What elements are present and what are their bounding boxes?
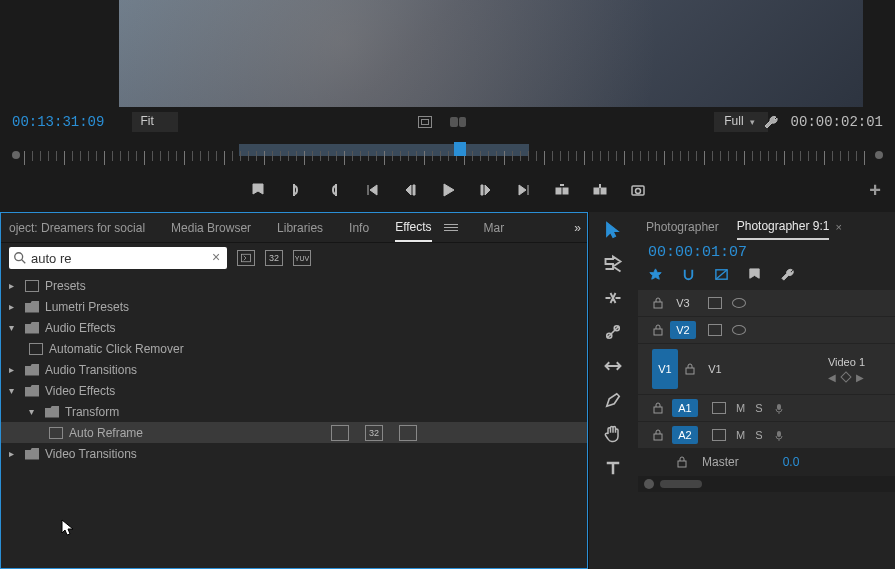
timeline-timecode[interactable]: 00:00:01:07 (636, 242, 895, 267)
button-editor-icon[interactable]: + (869, 179, 881, 202)
go-to-in-icon[interactable] (364, 182, 380, 198)
selection-tool-icon[interactable] (603, 220, 623, 240)
program-monitor-preview[interactable] (119, 0, 863, 107)
sync-lock-icon[interactable] (708, 324, 722, 336)
tab-markers[interactable]: Mar (484, 221, 505, 235)
clear-search-icon[interactable]: × (209, 251, 223, 265)
tree-item-auto-click-remover[interactable]: Automatic Click Remover (1, 338, 587, 359)
sequence-tab[interactable]: Photographer (646, 220, 719, 234)
sync-lock-icon[interactable] (708, 297, 722, 309)
lock-icon[interactable] (652, 297, 664, 309)
track-a2[interactable]: A2 MS (638, 422, 895, 448)
play-icon[interactable] (440, 182, 456, 198)
sequence-tab-active[interactable]: Photographer 9:1 (737, 219, 830, 240)
lock-icon[interactable] (676, 456, 688, 468)
lock-icon[interactable] (652, 402, 664, 414)
tree-folder-video-effects[interactable]: ▾Video Effects (1, 380, 587, 401)
32bit-filter-icon[interactable]: 32 (265, 250, 283, 266)
lift-icon[interactable] (554, 182, 570, 198)
tab-project[interactable]: oject: Dreamers for social (9, 221, 145, 235)
track-target[interactable]: V1 (702, 360, 728, 378)
vr-toggle-icon[interactable] (450, 117, 466, 127)
source-timecode[interactable]: 00:13:31:09 (12, 114, 104, 130)
sequence-timecode[interactable]: 00:00:02:01 (791, 114, 883, 130)
track-v2[interactable]: V2 (638, 317, 895, 343)
ripple-edit-tool-icon[interactable] (603, 288, 623, 308)
tab-media-browser[interactable]: Media Browser (171, 221, 251, 235)
ruler-handle-right[interactable] (875, 151, 883, 159)
hand-tool-icon[interactable] (603, 424, 623, 444)
linked-selection-icon[interactable] (714, 267, 729, 282)
tab-libraries[interactable]: Libraries (277, 221, 323, 235)
tree-folder-audio-effects[interactable]: ▾Audio Effects (1, 317, 587, 338)
pen-tool-icon[interactable] (603, 390, 623, 410)
tab-info[interactable]: Info (349, 221, 369, 235)
track-select-tool-icon[interactable] (603, 254, 623, 274)
playback-quality-select[interactable]: Full (714, 112, 767, 132)
track-target[interactable]: V2 (670, 321, 696, 339)
close-tab-icon[interactable]: × (835, 221, 841, 233)
tree-item-auto-reframe[interactable]: Auto Reframe 32 (1, 422, 587, 443)
clip-label: Video 1 (828, 356, 865, 368)
track-a1[interactable]: A1 MS (638, 395, 895, 421)
master-value[interactable]: 0.0 (783, 455, 800, 469)
sync-lock-icon[interactable] (712, 402, 726, 414)
track-target[interactable]: A2 (672, 426, 698, 444)
monitor-time-ruler[interactable] (12, 140, 883, 170)
snap-icon[interactable] (681, 267, 696, 282)
source-patch[interactable]: V1 (652, 349, 678, 389)
solo-button[interactable]: S (755, 429, 762, 441)
nest-icon[interactable] (648, 267, 663, 282)
scroll-thumb[interactable] (660, 480, 702, 488)
mute-button[interactable]: M (736, 429, 745, 441)
tree-folder-audio-transitions[interactable]: ▸Audio Transitions (1, 359, 587, 380)
track-v1[interactable]: V1 V1 Video 1 ◀▶ (638, 344, 895, 394)
toggle-output-icon[interactable] (732, 298, 746, 308)
lock-icon[interactable] (652, 429, 664, 441)
overflow-chevron-icon[interactable]: » (574, 221, 581, 235)
track-target[interactable]: A1 (672, 399, 698, 417)
keyframe-nav[interactable]: ◀▶ (828, 372, 865, 383)
step-back-icon[interactable] (402, 182, 418, 198)
tree-folder-transform[interactable]: ▾Transform (1, 401, 587, 422)
mark-in-icon[interactable] (288, 182, 304, 198)
zoom-handle-left[interactable] (644, 479, 654, 489)
sync-lock-icon[interactable] (712, 429, 726, 441)
effects-search-input[interactable] (27, 251, 209, 266)
track-v3[interactable]: V3 (638, 290, 895, 316)
voiceover-icon[interactable] (773, 429, 785, 441)
voiceover-icon[interactable] (773, 402, 785, 414)
track-master[interactable]: Master 0.0 (638, 449, 895, 475)
step-forward-icon[interactable] (478, 182, 494, 198)
slip-tool-icon[interactable] (603, 356, 623, 376)
track-target[interactable]: V3 (670, 294, 696, 312)
add-marker-icon[interactable] (250, 182, 266, 198)
timeline-zoom-scrollbar[interactable] (638, 476, 895, 492)
safe-margins-icon[interactable] (418, 116, 432, 128)
playhead[interactable] (454, 142, 466, 156)
zoom-level-select[interactable]: Fit (132, 112, 177, 132)
ruler-handle-left[interactable] (12, 151, 20, 159)
yuv-filter-icon[interactable]: YUV (293, 250, 311, 266)
tree-folder-lumetri[interactable]: ▸Lumetri Presets (1, 296, 587, 317)
lock-icon[interactable] (652, 324, 664, 336)
marker-icon[interactable] (747, 267, 762, 282)
lock-icon[interactable] (684, 363, 696, 375)
solo-button[interactable]: S (755, 402, 762, 414)
type-tool-icon[interactable] (603, 458, 623, 478)
export-frame-icon[interactable] (630, 182, 646, 198)
timeline-settings-icon[interactable] (780, 267, 795, 282)
accelerated-filter-icon[interactable] (237, 250, 255, 266)
toggle-output-icon[interactable] (732, 325, 746, 335)
panel-menu-icon[interactable] (444, 224, 458, 231)
wrench-icon[interactable] (763, 114, 779, 130)
razor-tool-icon[interactable] (603, 322, 623, 342)
tree-label: Lumetri Presets (45, 300, 129, 314)
go-to-out-icon[interactable] (516, 182, 532, 198)
tree-folder-presets[interactable]: ▸Presets (1, 275, 587, 296)
tab-effects[interactable]: Effects (395, 220, 431, 242)
mark-out-icon[interactable] (326, 182, 342, 198)
mute-button[interactable]: M (736, 402, 745, 414)
tree-folder-video-transitions[interactable]: ▸Video Transitions (1, 443, 587, 464)
extract-icon[interactable] (592, 182, 608, 198)
